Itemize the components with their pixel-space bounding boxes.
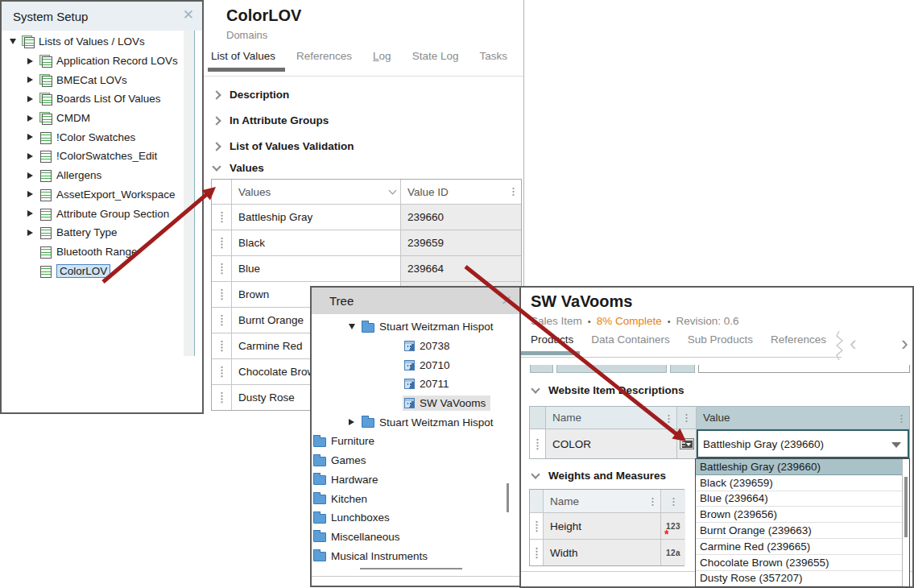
tree-item[interactable]: Stuart Weitzman Hispot — [312, 317, 511, 337]
table-row[interactable]: Battleship Gray 239660 — [212, 204, 521, 230]
tree-item[interactable]: Hardware — [312, 470, 511, 490]
drag-handle-icon[interactable] — [221, 391, 223, 404]
value-cell[interactable]: Black — [232, 230, 401, 255]
selected-item-label[interactable]: ColorLOV — [56, 264, 110, 278]
tree-item[interactable]: BMECat LOVs — [8, 70, 181, 89]
close-icon[interactable]: ✕ — [501, 294, 512, 308]
expander-expanded-icon[interactable] — [10, 39, 16, 44]
dropdown-option[interactable]: Chocolate Brown (239655) — [696, 555, 902, 571]
table-row[interactable]: Black 239659 — [212, 230, 521, 255]
tab-tasks[interactable]: Tasks — [479, 50, 507, 68]
section-values[interactable]: Values — [213, 162, 264, 174]
values-column-header[interactable]: Values — [232, 180, 401, 204]
expander-collapsed-icon[interactable] — [27, 77, 33, 83]
column-menu-icon[interactable] — [651, 497, 654, 506]
expander-collapsed-icon[interactable] — [27, 230, 33, 236]
lov-picker-icon[interactable] — [680, 438, 694, 449]
dropdown-option[interactable]: Blue (239664) — [696, 491, 902, 507]
dropdown-option[interactable]: Carmine Red (239665) — [696, 539, 902, 555]
close-icon[interactable]: ✕ — [183, 8, 194, 22]
table-row-color[interactable]: COLOR Battleship Gray (239660) — [530, 429, 909, 458]
drag-handle-icon[interactable] — [221, 263, 223, 275]
value-id-cell[interactable]: 239664 — [401, 256, 521, 281]
tab-log[interactable]: Log — [373, 50, 391, 68]
dropdown-option[interactable]: Dusty Rose (357207) — [696, 571, 902, 587]
expander-collapsed-icon[interactable] — [27, 134, 33, 140]
value-cell[interactable]: Blue — [232, 256, 401, 281]
tab-scroll-left-icon[interactable]: ‹ — [850, 333, 857, 354]
tab-state-log[interactable]: State Log — [412, 50, 459, 68]
expander-collapsed-icon[interactable] — [27, 172, 33, 179]
color-combobox[interactable]: Battleship Gray (239660) — [697, 429, 909, 458]
expander-collapsed-icon[interactable] — [27, 115, 33, 122]
expander-expanded-icon[interactable] — [349, 324, 355, 329]
value-id-column-header[interactable]: Value ID — [401, 180, 521, 204]
expander-collapsed-icon[interactable] — [27, 96, 33, 102]
column-filter-chevron-icon[interactable] — [389, 187, 397, 195]
vertical-scrollbar-thumb[interactable] — [507, 483, 509, 512]
drag-handle-icon[interactable] — [221, 211, 223, 223]
dropdown-scrollbar[interactable] — [902, 459, 909, 586]
name-column-header[interactable]: Name — [544, 490, 661, 512]
tree-item[interactable]: Bluetooth Range — [8, 242, 181, 262]
attribute-name-cell[interactable]: Width — [544, 540, 661, 565]
tree-item[interactable]: Kitchen — [312, 489, 511, 508]
expander-collapsed-icon[interactable] — [349, 419, 354, 425]
drag-handle-icon[interactable] — [221, 288, 223, 300]
expander-collapsed-icon[interactable] — [27, 210, 33, 217]
tree-item[interactable]: Stuart Weitzman Hispot — [312, 412, 511, 432]
tree-item[interactable]: 20738 — [312, 337, 511, 356]
tree-item-lov-root[interactable]: Lists of Values / LOVs — [8, 32, 181, 52]
tree-item[interactable]: 20710 — [312, 355, 511, 375]
tree-item[interactable]: Musical Instruments — [312, 546, 511, 565]
tree-item[interactable]: Attribute Group Section — [8, 204, 181, 223]
tree-item[interactable]: AssetExport_Workspace — [8, 185, 181, 205]
tree-item[interactable]: Miscellaneous — [312, 528, 511, 547]
tab-sub-products[interactable]: Sub Products — [688, 333, 753, 352]
tree-item[interactable]: 20711 — [312, 375, 511, 394]
dropdown-option[interactable]: Burnt Orange (239663) — [696, 523, 902, 539]
section-in-attribute-groups[interactable]: In Attribute Groups — [213, 114, 329, 126]
value-column-header[interactable]: Value — [697, 407, 909, 429]
drag-handle-icon[interactable] — [221, 340, 223, 352]
table-row[interactable]: Blue 239664 — [212, 255, 521, 281]
section-description[interactable]: Description — [213, 89, 289, 101]
tab-list-of-values[interactable]: List of Values — [211, 50, 275, 68]
tree-item[interactable]: Lunchboxes — [312, 508, 511, 528]
column-menu-icon[interactable] — [672, 497, 675, 506]
tab-data-containers[interactable]: Data Containers — [591, 333, 670, 352]
table-row-width[interactable]: Width 12a — [530, 539, 684, 565]
drag-handle-icon[interactable] — [536, 547, 538, 559]
section-website-item-descriptions[interactable]: Website Item Descriptions — [532, 384, 684, 396]
vertical-scrollbar[interactable] — [184, 31, 195, 356]
dropdown-option-selected[interactable]: Battleship Gray (239660) — [696, 459, 902, 475]
drag-handle-icon[interactable] — [221, 237, 223, 249]
dropdown-scrollbar-thumb[interactable] — [904, 477, 908, 537]
tab-references[interactable]: References — [771, 333, 826, 352]
column-menu-icon[interactable] — [668, 414, 670, 423]
tree-item[interactable]: Boards List Of Values — [8, 89, 181, 109]
expander-collapsed-icon[interactable] — [27, 191, 33, 197]
table-row-height[interactable]: Height 123 * — [530, 512, 684, 539]
tree-item[interactable]: Allergens — [8, 166, 181, 185]
tree-item[interactable]: Application Record LOVs — [8, 52, 181, 71]
drag-handle-icon[interactable] — [221, 314, 223, 326]
column-menu-icon[interactable] — [685, 413, 688, 422]
dropdown-option[interactable]: Brown (239656) — [696, 507, 902, 523]
column-menu-icon[interactable] — [512, 187, 515, 196]
tab-scroll-right-icon[interactable]: › — [901, 333, 908, 354]
column-menu-icon[interactable] — [900, 414, 903, 423]
tree-item[interactable]: Games — [312, 451, 511, 470]
name-column-header[interactable]: Name — [546, 407, 677, 429]
tree-item[interactable]: CMDM — [8, 109, 181, 128]
expander-collapsed-icon[interactable] — [27, 153, 33, 159]
tab-products[interactable]: Products — [531, 333, 573, 352]
drag-handle-icon[interactable] — [536, 438, 539, 450]
horizontal-scrollbar-thumb[interactable] — [360, 568, 462, 569]
attribute-name-cell[interactable]: Height — [544, 513, 661, 539]
attribute-name-cell[interactable]: COLOR — [546, 429, 677, 458]
tab-references[interactable]: References — [296, 50, 352, 68]
tree-item-sw-vavooms-selected[interactable]: SW VaVooms — [312, 394, 511, 413]
tree-item[interactable]: !Color Swatches — [8, 127, 181, 147]
tree-item-colorlov-selected[interactable]: ColorLOV — [8, 261, 181, 280]
